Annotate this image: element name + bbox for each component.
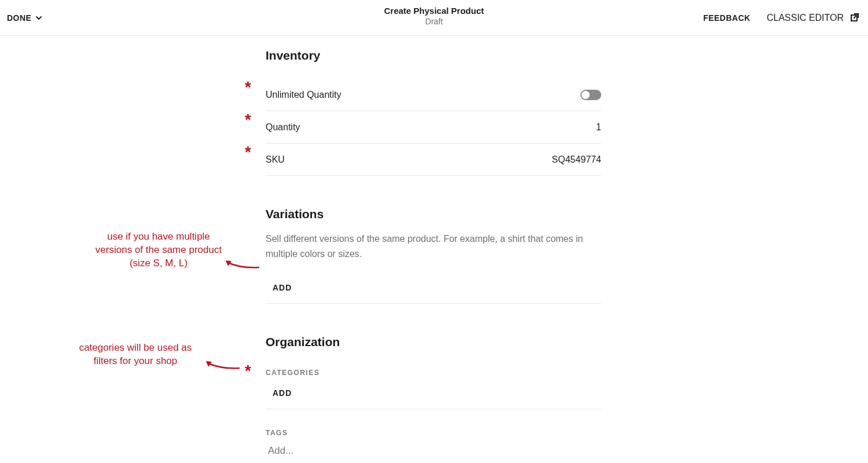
section-title-organization: Organization bbox=[266, 335, 601, 349]
header-title-block: Create Physical Product Draft bbox=[384, 6, 484, 26]
done-button[interactable]: DONE bbox=[7, 13, 43, 23]
add-category-button[interactable]: ADD bbox=[266, 387, 299, 399]
content-area: * * * * use if you have multiple version… bbox=[0, 36, 868, 463]
arrow-icon bbox=[205, 360, 244, 372]
form-column: Inventory Unlimited Quantity Quantity 1 … bbox=[266, 49, 601, 463]
required-asterisk-icon: * bbox=[245, 143, 251, 161]
field-row-sku[interactable]: SKU SQ4549774 bbox=[266, 144, 601, 176]
required-asterisk-icon: * bbox=[245, 78, 251, 97]
header-right: FEEDBACK CLASSIC EDITOR bbox=[703, 12, 860, 24]
toggle-knob bbox=[582, 91, 590, 99]
field-row-quantity[interactable]: Quantity 1 bbox=[266, 111, 601, 144]
page-title: Create Physical Product bbox=[384, 6, 484, 16]
classic-editor-link[interactable]: CLASSIC EDITOR bbox=[767, 12, 860, 24]
chevron-down-icon bbox=[35, 14, 43, 22]
sku-value: SQ4549774 bbox=[552, 155, 601, 165]
section-title-variations: Variations bbox=[266, 207, 601, 221]
categories-add-row: ADD bbox=[266, 377, 601, 409]
quantity-label: Quantity bbox=[266, 122, 300, 133]
arrow-icon bbox=[225, 259, 264, 271]
annotation-categories: categories will be used as filters for y… bbox=[72, 341, 199, 368]
variations-description: Sell different versions of the same prod… bbox=[266, 232, 601, 261]
editor-header: DONE Create Physical Product Draft FEEDB… bbox=[0, 0, 868, 36]
unlimited-label: Unlimited Quantity bbox=[266, 90, 341, 100]
categories-sublabel: CATEGORIES bbox=[266, 369, 601, 377]
variations-add-row: ADD bbox=[266, 271, 601, 304]
tags-sublabel: TAGS bbox=[266, 429, 601, 437]
sku-label: SKU bbox=[266, 155, 285, 165]
add-variation-button[interactable]: ADD bbox=[266, 282, 299, 293]
section-title-inventory: Inventory bbox=[266, 49, 601, 63]
page-status: Draft bbox=[384, 17, 484, 26]
feedback-link[interactable]: FEEDBACK bbox=[703, 13, 751, 23]
annotation-variations: use if you have multiple versions of the… bbox=[95, 230, 222, 270]
classic-editor-label: CLASSIC EDITOR bbox=[767, 13, 844, 23]
tags-input[interactable] bbox=[266, 444, 601, 458]
quantity-value: 1 bbox=[596, 122, 601, 133]
required-asterisk-icon: * bbox=[245, 111, 251, 129]
tags-input-row bbox=[266, 437, 601, 463]
unlimited-toggle[interactable] bbox=[580, 90, 601, 100]
done-label: DONE bbox=[7, 13, 31, 23]
required-asterisk-icon: * bbox=[245, 362, 251, 380]
field-row-unlimited: Unlimited Quantity bbox=[266, 79, 601, 111]
external-link-icon bbox=[848, 12, 860, 24]
